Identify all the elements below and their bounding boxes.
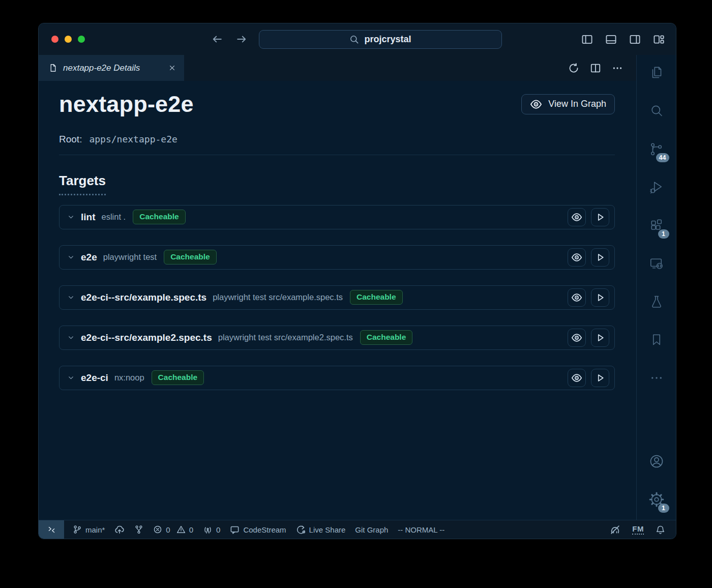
search-icon [649,103,664,119]
branch-name: main* [85,525,105,534]
run-debug-icon [649,180,664,195]
run-target-button[interactable] [591,329,609,347]
remote-explorer-icon [649,256,664,271]
chevron-down-icon[interactable] [67,253,75,261]
codestream-icon [230,525,240,535]
tab-nextapp-e2e-details[interactable]: nextapp-e2e Details [39,55,184,81]
target-command: playwright test src/example.spec.ts [213,292,343,302]
targets-list: lint eslint . Cacheable e2e playwright t… [59,205,615,390]
sidebar-item-run-debug[interactable] [644,175,669,199]
search-icon [349,35,359,44]
toggle-secondary-sidebar-icon[interactable] [629,34,641,45]
chevron-down-icon[interactable] [67,293,75,301]
view-target-button[interactable] [568,329,586,347]
view-target-button[interactable] [568,369,586,387]
sidebar-item-explorer[interactable] [644,61,669,84]
view-target-button[interactable] [568,248,586,267]
vim-mode-item[interactable]: -- NORMAL -- [398,525,444,534]
customize-layout-icon[interactable] [653,34,665,45]
notifications-bell-icon[interactable] [656,525,665,535]
settings-badge: 1 [658,504,669,513]
live-share-item[interactable]: Live Share [296,525,346,535]
accounts-button[interactable] [644,450,669,473]
ports-item[interactable]: 0 [203,525,220,535]
sidebar-item-search[interactable] [644,99,669,123]
titlebar: projcrystal [39,23,676,55]
remote-indicator[interactable] [39,520,64,539]
split-editor-icon[interactable] [590,63,601,74]
cacheable-badge: Cacheable [133,210,186,224]
settings-button[interactable]: 1 [644,488,669,511]
toggle-primary-sidebar-icon[interactable] [581,34,593,45]
close-tab-icon[interactable] [168,64,176,72]
account-icon [648,453,665,469]
git-branch-item[interactable]: main* [73,525,105,534]
copilot-disabled-icon[interactable] [610,524,620,535]
error-count: 0 [166,525,170,534]
run-target-button[interactable] [591,288,609,307]
run-target-button[interactable] [591,248,609,267]
cloud-upload-icon [114,524,125,535]
close-window-button[interactable] [51,36,58,43]
status-bar: main* 0 0 0 [39,520,676,539]
chevron-down-icon[interactable] [67,374,75,381]
chevron-down-icon[interactable] [67,213,75,221]
back-arrow-icon[interactable] [211,33,223,45]
run-target-button[interactable] [591,369,609,387]
target-name: e2e-ci--src/example2.spec.ts [81,332,212,343]
broadcast-tower-icon [203,525,213,535]
git-fork-icon [134,525,143,534]
toggle-panel-icon[interactable] [605,34,617,45]
git-fork-item[interactable] [134,525,143,534]
live-share-label: Live Share [309,525,346,534]
forward-arrow-icon[interactable] [235,33,248,45]
view-in-graph-button[interactable]: View In Graph [521,94,615,114]
target-row-e2e-ci: e2e-ci nx:noop Cacheable [59,366,615,390]
targets-heading: Targets [59,173,106,195]
zoom-window-button[interactable] [78,36,85,43]
search-value: projcrystal [364,34,411,45]
additional-views-button[interactable] [644,366,669,390]
file-icon [49,64,57,72]
target-command: eslint . [102,212,126,222]
codestream-item[interactable]: CodeStream [230,525,286,535]
view-target-button[interactable] [568,208,586,226]
sync-changes-item[interactable] [114,524,125,535]
warning-count: 0 [189,525,193,534]
activity-bar: 44 1 [636,55,676,520]
run-target-button[interactable] [591,208,609,226]
beaker-icon [649,294,664,309]
fm-indicator[interactable]: FM [632,524,644,535]
page-title: nextapp-e2e [59,92,194,117]
vim-mode-label: -- NORMAL -- [398,525,444,534]
sidebar-item-source-control[interactable]: 44 [644,137,669,161]
sidebar-item-remote-explorer[interactable] [644,252,669,275]
live-share-icon [296,525,306,535]
sidebar-item-extensions[interactable]: 1 [644,214,669,237]
git-graph-item[interactable]: Git Graph [355,525,388,534]
git-graph-label: Git Graph [355,525,388,534]
target-row-e2e-ci-example2: e2e-ci--src/example2.spec.ts playwright … [59,326,615,350]
target-name: e2e-ci--src/example.spec.ts [81,292,206,303]
target-row-e2e-ci-example: e2e-ci--src/example.spec.ts playwright t… [59,285,615,310]
command-center-search[interactable]: projcrystal [259,30,502,49]
target-command: playwright test src/example2.spec.ts [218,333,353,342]
minimize-window-button[interactable] [65,36,72,43]
cacheable-badge: Cacheable [152,370,204,385]
extensions-badge: 1 [658,229,669,239]
problems-item[interactable]: 0 0 [153,525,193,534]
chevron-down-icon[interactable] [67,334,75,341]
ports-count: 0 [216,525,220,534]
target-name: e2e-ci [81,372,108,384]
root-label: Root: [59,134,82,145]
sidebar-item-testing[interactable] [644,290,669,313]
traffic-lights [51,36,85,43]
sidebar-item-bookmarks[interactable] [644,328,669,351]
view-target-button[interactable] [568,288,586,307]
refresh-icon[interactable] [568,63,579,74]
target-name: e2e [81,252,97,263]
vscode-window: projcrystal [38,23,676,539]
project-details-view: nextapp-e2e View In Graph Root: apps/nex… [39,81,636,520]
more-actions-icon[interactable] [612,63,623,74]
cacheable-badge: Cacheable [164,250,217,264]
